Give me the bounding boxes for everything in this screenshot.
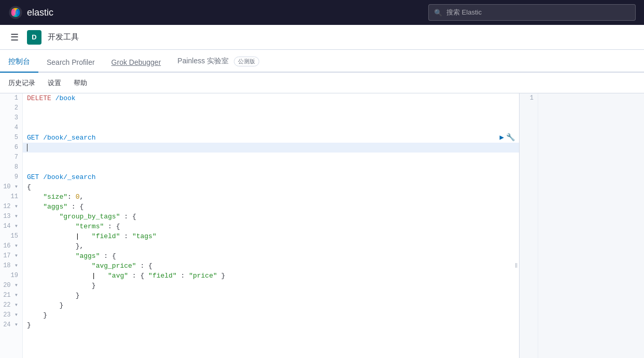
ln-10: 10 ▾: [0, 182, 22, 192]
code-line-19: | "avg" : { "field" : "price" }: [23, 271, 519, 281]
hamburger-button[interactable]: ☰: [8, 30, 21, 45]
ln-24: 24 ▾: [0, 320, 22, 330]
ln-14: 14 ▾: [0, 222, 22, 231]
code-line-21: }: [23, 291, 519, 300]
code-line-17: "aggs" : {: [23, 251, 519, 261]
menu-history[interactable]: 历史记录: [8, 78, 35, 88]
wrench-icon[interactable]: 🔧: [506, 133, 515, 143]
code-line-15: | "field" : "tags": [23, 231, 519, 241]
code-line-16: },: [23, 241, 519, 251]
code-line-7: [23, 153, 519, 162]
menu-help[interactable]: 帮助: [74, 78, 87, 88]
beta-badge: 公测版: [234, 57, 259, 66]
ln-6: 6: [0, 143, 22, 153]
ln-12: 12 ▾: [0, 202, 22, 212]
ln-11: 11: [0, 192, 22, 202]
action-icons-5: ▶ 🔧: [500, 133, 515, 143]
code-line-9: GET /book/_search: [23, 172, 519, 182]
tab-painless-lab[interactable]: Painless 实验室 公测版: [169, 51, 268, 73]
result-ln-1: 1: [520, 93, 538, 103]
ln-21: 21 ▾: [0, 291, 22, 300]
search-bar[interactable]: 🔍 搜索 Elastic: [428, 4, 636, 21]
elastic-logo[interactable]: elastic: [8, 5, 53, 20]
code-line-5: GET /book/_search ▶ 🔧: [23, 133, 519, 143]
ln-17: 17 ▾: [0, 251, 22, 261]
editor-area: 1 2 3 4 5 6 7 8 9 10 ▾ 11 12 ▾ 13 ▾ 14 ▾…: [0, 93, 644, 358]
menu-bar: 历史记录 设置 帮助: [0, 73, 644, 93]
ln-20: 20 ▾: [0, 281, 22, 291]
ln-5: 5: [0, 133, 22, 143]
code-line-13: "group_by_tags" : {: [23, 212, 519, 222]
code-line-11: "size": 0,: [23, 192, 519, 202]
editor-panel[interactable]: 1 2 3 4 5 6 7 8 9 10 ▾ 11 12 ▾ 13 ▾ 14 ▾…: [0, 93, 520, 358]
code-line-4: [23, 123, 519, 133]
code-line-24: }: [23, 320, 519, 330]
code-line-8: [23, 162, 519, 172]
code-line-1: DELETE /book: [23, 93, 519, 103]
run-icon[interactable]: ▶: [500, 133, 504, 143]
svg-point-5: [13, 10, 18, 15]
menu-settings[interactable]: 设置: [48, 78, 61, 88]
user-avatar[interactable]: D: [27, 30, 41, 45]
ln-8: 8: [0, 162, 22, 172]
code-line-3: [23, 113, 519, 123]
ln-23: 23 ▾: [0, 310, 22, 320]
code-line-20: }: [23, 281, 519, 291]
ln-15: 15: [0, 231, 22, 241]
result-line-numbers: 1: [520, 93, 538, 358]
result-panel: 1: [520, 93, 644, 358]
code-editor[interactable]: DELETE /book GET /book/_search ▶ 🔧 GET /…: [23, 93, 519, 358]
search-icon: 🔍: [434, 9, 442, 17]
ln-9: 9: [0, 172, 22, 182]
code-line-23: }: [23, 310, 519, 320]
tab-search-profiler[interactable]: Search Profiler: [38, 53, 103, 73]
ln-16: 16 ▾: [0, 241, 22, 251]
code-line-14: "terms" : {: [23, 222, 519, 231]
ln-7: 7: [0, 153, 22, 162]
tab-console[interactable]: 控制台: [0, 52, 38, 73]
code-line-6[interactable]: [23, 143, 519, 153]
ln-13: 13 ▾: [0, 212, 22, 222]
logo-text: elastic: [27, 7, 53, 18]
ln-4: 4: [0, 123, 22, 133]
code-line-12: "aggs" : {: [23, 202, 519, 212]
dev-tools-title: 开发工具: [48, 32, 79, 42]
code-line-22: }: [23, 300, 519, 310]
ln-19: 19: [0, 271, 22, 281]
ln-2: 2: [0, 103, 22, 113]
top-bar: elastic 🔍 搜索 Elastic: [0, 0, 644, 25]
ln-22: 22 ▾: [0, 300, 22, 310]
ln-3: 3: [0, 113, 22, 123]
tab-grok-debugger[interactable]: Grok Debugger: [103, 53, 170, 73]
dev-tools-bar: ☰ D 开发工具: [0, 25, 644, 50]
line-numbers: 1 2 3 4 5 6 7 8 9 10 ▾ 11 12 ▾ 13 ▾ 14 ▾…: [0, 93, 23, 358]
ln-18: 18 ▾: [0, 261, 22, 271]
search-placeholder: 搜索 Elastic: [446, 8, 482, 17]
code-line-10: {: [23, 182, 519, 192]
code-line-2: [23, 103, 519, 113]
tabs-bar: 控制台 Search Profiler Grok Debugger Painle…: [0, 50, 644, 73]
ln-1: 1: [0, 93, 22, 103]
code-line-18: "avg_price" : { ‖: [23, 261, 519, 271]
